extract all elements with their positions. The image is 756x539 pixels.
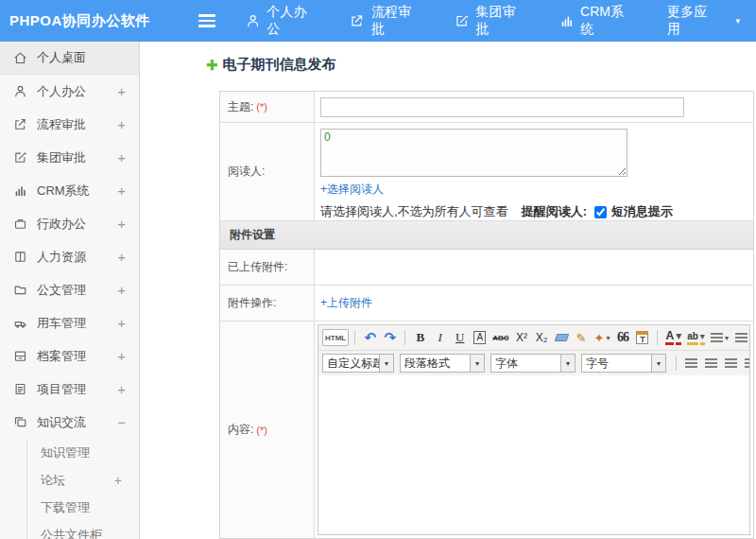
expand-icon[interactable]: +	[114, 473, 122, 488]
sidebar-item-label: 公文管理	[37, 282, 86, 299]
paste-as-text-icon[interactable]: T	[633, 328, 651, 347]
align-center-icon[interactable]	[702, 354, 720, 373]
sidebar-subitem-3[interactable]: 公共文件柜	[27, 521, 139, 539]
flow-icon	[13, 117, 27, 131]
sms-remind-label: 短消息提示	[611, 203, 673, 220]
chevron-down-icon[interactable]: ▾	[560, 355, 575, 372]
editor-toolbar-row1: HTML↶↷BIUAABCX²X₂✎✦▾66TA▾ab▾▾	[318, 325, 749, 350]
editor-select-3[interactable]: 字号▾	[581, 354, 666, 373]
chevron-down-icon[interactable]: ▾	[379, 355, 393, 372]
editor-select-0[interactable]: 自定义标题▾	[322, 354, 394, 373]
sidebar-item-6[interactable]: 人力资源+	[0, 240, 139, 273]
underline-icon[interactable]: U	[451, 328, 469, 347]
expand-icon[interactable]: +	[117, 249, 126, 265]
unordered-list-icon[interactable]	[732, 328, 749, 347]
editor-select-1[interactable]: 段落格式▾	[400, 354, 485, 373]
chevron-down-icon[interactable]: ▾	[470, 355, 484, 372]
folder-icon	[13, 283, 27, 297]
toolbar-glyph: A	[473, 331, 486, 344]
sidebar-item-4[interactable]: CRM系统+	[0, 174, 139, 207]
sidebar-item-2[interactable]: 流程审批+	[0, 108, 139, 141]
uploaded-attachments-row: 已上传附件:	[220, 250, 753, 286]
sidebar-item-10[interactable]: 项目管理+	[0, 373, 139, 406]
header-nav: 个人办公流程审批集团审批CRM系统更多应用▾	[230, 0, 756, 42]
nav-item-1[interactable]: 流程审批	[334, 0, 438, 42]
italic-icon[interactable]: I	[431, 328, 449, 347]
readers-hint-text: 请选择阅读人,不选为所有人可查看	[320, 203, 508, 220]
sidebar-item-11[interactable]: 知识交流−	[0, 406, 139, 439]
sidebar-subitem-1[interactable]: 论坛+	[27, 466, 139, 494]
format-brush-icon[interactable]: ✎	[573, 328, 591, 347]
sidebar-item-0[interactable]: 个人桌面	[0, 42, 139, 75]
subject-label: 主题: (*)	[220, 92, 315, 122]
html-source-button[interactable]: HTML	[322, 329, 349, 346]
upload-attachment-link[interactable]: +上传附件	[320, 295, 372, 311]
nav-item-0[interactable]: 个人办公	[230, 0, 335, 42]
subscript-icon[interactable]: X₂	[533, 328, 551, 347]
sms-remind-checkbox[interactable]	[594, 206, 607, 218]
font-color-icon[interactable]: A▾	[663, 328, 683, 347]
expand-icon[interactable]: +	[117, 216, 126, 232]
editor-select-2[interactable]: 字体▾	[490, 354, 576, 373]
top-header: PHPOA协同办公软件 个人办公流程审批集团审批CRM系统更多应用▾	[0, 0, 756, 42]
nav-item-4[interactable]: 更多应用▾	[651, 0, 756, 42]
sidebar-item-label: 流程审批	[37, 116, 86, 133]
expand-icon[interactable]: +	[117, 83, 126, 99]
sidebar-item-1[interactable]: 个人办公+	[0, 75, 139, 108]
bold-icon[interactable]: B	[411, 328, 429, 347]
choose-readers-link[interactable]: +选择阅读人	[320, 182, 384, 198]
content-label: 内容: (*)	[220, 322, 315, 538]
toolbar-glyph: ab	[687, 331, 698, 345]
sidebar-subitem-0[interactable]: 知识管理	[27, 439, 139, 466]
sidebar-subitem-2[interactable]: 下载管理	[27, 494, 139, 521]
sidebar: 个人桌面个人办公+流程审批+集团审批+CRM系统+行政办公+人力资源+公文管理+…	[0, 42, 140, 539]
align-justify-icon[interactable]	[742, 354, 749, 373]
nav-item-2[interactable]: 集团审批	[438, 0, 543, 42]
collapse-icon[interactable]: −	[117, 414, 126, 430]
sidebar-item-7[interactable]: 公文管理+	[0, 273, 139, 306]
attachment-action-label: 附件操作:	[220, 286, 315, 321]
content-value-cell: HTML↶↷BIUAABCX²X₂✎✦▾66TA▾ab▾▾ 自定义标题▾段落格式…	[315, 322, 753, 538]
readers-value-cell: 0 +选择阅读人 请选择阅读人,不选为所有人可查看 提醒阅读人: 短消息提示	[315, 123, 753, 220]
sidebar-item-3[interactable]: 集团审批+	[0, 141, 139, 174]
expand-icon[interactable]: +	[117, 348, 126, 364]
readers-textarea[interactable]: 0	[320, 129, 627, 177]
hamburger-menu-icon[interactable]	[185, 14, 230, 27]
toolbar-glyph: ↶	[364, 329, 376, 346]
readers-row: 阅读人: 0 +选择阅读人 请选择阅读人,不选为所有人可查看 提醒阅读人: 短消…	[220, 123, 753, 221]
undo-icon[interactable]: ↶	[361, 328, 379, 347]
sidebar-item-9[interactable]: 档案管理+	[0, 339, 139, 373]
nav-item-3[interactable]: CRM系统	[543, 0, 651, 42]
car-icon	[13, 316, 27, 330]
expand-icon[interactable]: +	[117, 381, 126, 397]
expand-icon[interactable]: +	[117, 149, 126, 165]
sidebar-item-8[interactable]: 用车管理+	[0, 306, 139, 339]
redo-icon[interactable]: ↷	[381, 328, 399, 347]
font-style-box-icon[interactable]: A	[471, 328, 489, 347]
toolbar-separator	[354, 330, 355, 345]
attachment-section-header: 附件设置	[220, 221, 753, 250]
highlight-color-icon[interactable]: ab▾	[685, 328, 707, 347]
blockquote-icon[interactable]: 66	[613, 328, 631, 347]
subject-input[interactable]	[320, 97, 684, 117]
eraser-icon[interactable]	[553, 328, 571, 347]
expand-icon[interactable]: +	[117, 183, 126, 199]
sidebar-item-5[interactable]: 行政办公+	[0, 207, 139, 240]
strikethrough-icon[interactable]: ABC	[490, 328, 510, 347]
chevron-down-icon[interactable]: ▾	[651, 355, 665, 372]
ordered-list-icon[interactable]: ▾	[709, 328, 730, 347]
toolbar-glyph: 66	[617, 330, 628, 345]
chart-icon	[559, 13, 574, 28]
sidebar-submenu: 知识管理论坛+下载管理公共文件柜	[26, 439, 139, 539]
expand-icon[interactable]: +	[117, 315, 126, 331]
expand-icon[interactable]: +	[117, 116, 126, 132]
sidebar-item-label: 集团审批	[37, 149, 86, 166]
align-left-icon[interactable]	[682, 354, 700, 373]
expand-icon[interactable]: +	[117, 282, 126, 298]
superscript-icon[interactable]: X²	[513, 328, 531, 347]
editor-select-value: 自定义标题	[323, 356, 379, 372]
autoformat-icon[interactable]: ✦▾	[593, 328, 612, 347]
align-right-icon[interactable]	[722, 354, 740, 373]
editor-body[interactable]	[318, 375, 749, 534]
home-icon	[13, 51, 27, 65]
